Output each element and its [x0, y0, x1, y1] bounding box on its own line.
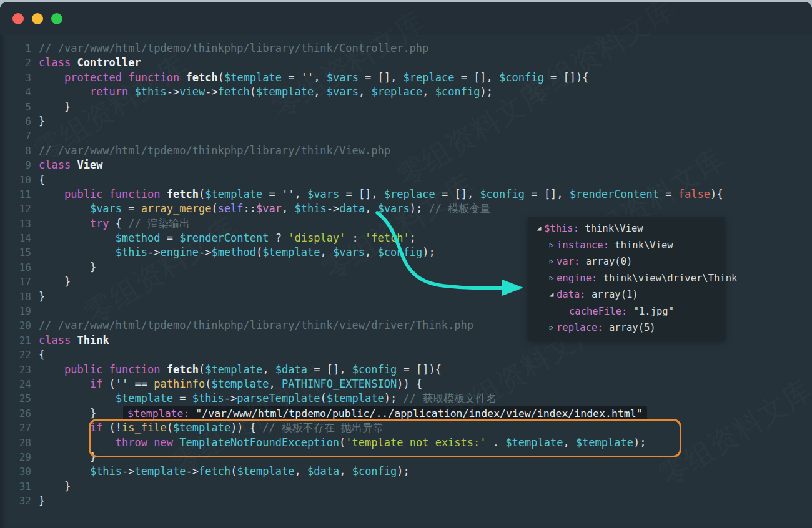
tooltip-key: var: [557, 253, 580, 270]
line-number: 3 [0, 71, 31, 85]
tooltip-row[interactable]: ▷var: array(0) [528, 253, 725, 270]
code-line: 27 if (!is_file($template)) { // 模板不存在 抛… [0, 421, 812, 435]
tooltip-key: engine: [557, 270, 597, 287]
line-number: 4 [0, 85, 31, 99]
line-number: 23 [0, 363, 31, 377]
line-number: 31 [0, 479, 31, 494]
tooltip-row[interactable]: ▷instance: think\View [528, 237, 725, 254]
line-number: 13 [0, 217, 31, 231]
collapsed-triangle-icon[interactable]: ▷ [547, 253, 557, 270]
minimize-button-icon[interactable] [32, 13, 43, 24]
tooltip-row[interactable]: ▷engine: think\view\driver\Think [528, 270, 725, 287]
line-number: 24 [0, 377, 31, 391]
line-number: 7 [0, 129, 31, 143]
line-number: 18 [0, 290, 31, 304]
code-line: 30 $this->template->fetch($template, $da… [0, 464, 812, 479]
code-line: 6} [0, 114, 812, 129]
line-number: 11 [0, 187, 31, 202]
line-number: 15 [0, 245, 31, 260]
tooltip-key: instance: [557, 237, 609, 254]
collapsed-triangle-icon[interactable]: ▷ [547, 270, 557, 287]
code-line: 31 } [0, 479, 812, 494]
tooltip-key: $this: [544, 220, 579, 237]
code-line: 8// /var/www/html/tpdemo/thinkphp/librar… [0, 144, 812, 158]
line-number: 14 [0, 231, 31, 245]
code-line: 11 public function fetch($template = '',… [0, 187, 812, 202]
collapsed-triangle-icon[interactable]: ▷ [547, 237, 557, 254]
line-number: 8 [0, 144, 31, 158]
tooltip-value: think\View [579, 220, 643, 237]
line-number: 19 [0, 304, 31, 318]
line-number: 32 [0, 494, 31, 508]
code-line: 22{ [0, 348, 812, 362]
line-number: 21 [0, 333, 31, 348]
tooltip-row[interactable]: ▷replace: array(5) [528, 320, 725, 336]
code-line: 5 } [0, 100, 812, 114]
line-number: 25 [0, 391, 31, 406]
tooltip-row[interactable]: ◢$this: think\View [528, 220, 725, 237]
tooltip-value: array(1) [586, 286, 638, 303]
line-number: 17 [0, 275, 31, 289]
line-number: 12 [0, 202, 31, 216]
collapsed-triangle-icon[interactable]: ▷ [547, 320, 557, 336]
no-icon [559, 303, 569, 320]
tooltip-value: "1.jpg" [627, 303, 674, 320]
code-line: 25 $template = $this->parseTemplate($tem… [0, 391, 812, 406]
line-number: 29 [0, 450, 31, 464]
tooltip-row[interactable]: ◢data: array(1) [528, 286, 725, 303]
tooltip-value: think\View [609, 237, 673, 254]
code-line: 23 public function fetch($template, $dat… [0, 363, 812, 377]
tooltip-row: cacheFile: "1.jpg" [528, 303, 725, 320]
code-line: 4 return $this->view->fetch($template, $… [0, 85, 812, 99]
code-line: 10{ [0, 173, 812, 187]
code-line: 2class Controller [0, 56, 812, 70]
code-line: 28 throw new TemplateNotFoundException('… [0, 436, 812, 450]
debug-variable-tooltip[interactable]: ◢$this: think\View▷instance: think\View▷… [528, 217, 725, 341]
tooltip-value: array(5) [603, 320, 656, 336]
tooltip-value: think\view\driver\Think [597, 270, 737, 287]
code-line: 32} [0, 494, 812, 508]
expanded-triangle-icon[interactable]: ◢ [547, 286, 557, 303]
line-number: 5 [0, 100, 31, 114]
line-number: 30 [0, 464, 31, 479]
close-button-icon[interactable] [12, 13, 24, 24]
line-number: 22 [0, 348, 31, 362]
code-line: 12 $vars = array_merge(self::$var, $this… [0, 202, 812, 216]
line-number: 28 [0, 436, 31, 450]
tooltip-key: replace: [557, 320, 603, 336]
tooltip-key: cacheFile: [569, 303, 627, 320]
inline-debug-value-chip: $template: "/var/www/html/tpdemo/public/… [123, 406, 647, 421]
line-number: 6 [0, 114, 31, 129]
line-number: 9 [0, 158, 31, 172]
code-line: 29 } [0, 450, 812, 464]
code-line: 26 } $template: "/var/www/html/tpdemo/pu… [0, 406, 812, 421]
code-line: 3 protected function fetch($template = '… [0, 71, 812, 85]
line-number: 27 [0, 421, 31, 435]
line-number: 10 [0, 173, 31, 187]
line-number: 1 [0, 41, 31, 56]
zoom-button-icon[interactable] [51, 13, 62, 24]
code-line: 9class View [0, 158, 812, 172]
tooltip-value: array(0) [580, 253, 632, 270]
tooltip-key: data: [557, 286, 586, 303]
code-line: 1// /var/www/html/tpdemo/thinkphp/librar… [0, 41, 812, 56]
line-number: 26 [0, 406, 31, 421]
expanded-triangle-icon[interactable]: ◢ [534, 220, 544, 237]
line-number: 16 [0, 260, 31, 275]
window-titlebar [0, 2, 812, 35]
code-editor-window: 1// /var/www/html/tpdemo/thinkphp/librar… [0, 2, 812, 528]
line-number: 20 [0, 318, 31, 333]
code-line: 24 if ('' == pathinfo($template, PATHINF… [0, 377, 812, 391]
code-line: 7 [0, 129, 812, 143]
line-number: 2 [0, 56, 31, 70]
